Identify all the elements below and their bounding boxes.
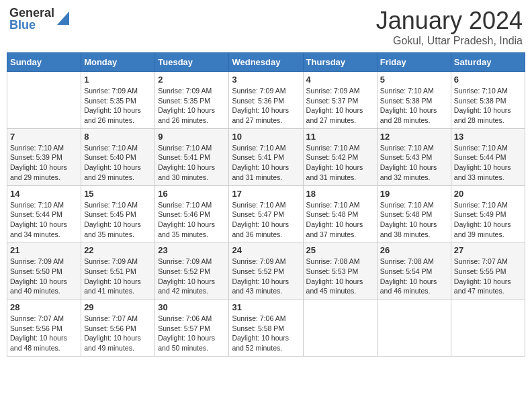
day-info: Sunrise: 7:09 AM Sunset: 5:36 PM Dayligh… <box>232 86 300 126</box>
day-number: 13 <box>454 132 522 142</box>
logo-blue: Blue <box>9 19 54 31</box>
day-cell: 16Sunrise: 7:10 AM Sunset: 5:46 PM Dayli… <box>155 185 229 242</box>
day-cell: 30Sunrise: 7:06 AM Sunset: 5:57 PM Dayli… <box>155 300 229 357</box>
header-cell-monday: Monday <box>81 53 155 72</box>
day-info: Sunrise: 7:09 AM Sunset: 5:35 PM Dayligh… <box>84 86 152 126</box>
day-cell: 7Sunrise: 7:10 AM Sunset: 5:39 PM Daylig… <box>7 128 81 185</box>
day-cell: 17Sunrise: 7:10 AM Sunset: 5:47 PM Dayli… <box>229 185 303 242</box>
day-cell: 19Sunrise: 7:10 AM Sunset: 5:48 PM Dayli… <box>377 185 451 242</box>
day-info: Sunrise: 7:10 AM Sunset: 5:47 PM Dayligh… <box>232 200 300 240</box>
day-number: 23 <box>158 245 226 255</box>
day-number: 9 <box>158 132 226 142</box>
day-cell: 21Sunrise: 7:09 AM Sunset: 5:50 PM Dayli… <box>7 242 81 300</box>
week-row-1: 1Sunrise: 7:09 AM Sunset: 5:35 PM Daylig… <box>7 72 525 129</box>
day-info: Sunrise: 7:09 AM Sunset: 5:51 PM Dayligh… <box>84 257 152 296</box>
day-number: 16 <box>158 189 226 199</box>
day-info: Sunrise: 7:10 AM Sunset: 5:38 PM Dayligh… <box>380 86 448 126</box>
day-cell <box>7 72 81 129</box>
day-info: Sunrise: 7:08 AM Sunset: 5:53 PM Dayligh… <box>306 257 374 296</box>
title-block: January 2024 Gokul, Uttar Pradesh, India <box>376 7 523 47</box>
day-number: 31 <box>232 302 300 312</box>
header-cell-sunday: Sunday <box>7 53 81 72</box>
week-row-2: 7Sunrise: 7:10 AM Sunset: 5:39 PM Daylig… <box>7 128 525 185</box>
day-info: Sunrise: 7:10 AM Sunset: 5:46 PM Dayligh… <box>158 200 226 240</box>
day-number: 27 <box>454 245 522 255</box>
day-cell: 28Sunrise: 7:07 AM Sunset: 5:56 PM Dayli… <box>7 300 81 357</box>
day-number: 25 <box>306 245 374 255</box>
day-cell: 31Sunrise: 7:06 AM Sunset: 5:58 PM Dayli… <box>229 300 303 357</box>
day-info: Sunrise: 7:07 AM Sunset: 5:55 PM Dayligh… <box>454 257 522 296</box>
day-number: 20 <box>454 189 522 199</box>
day-number: 19 <box>380 189 448 199</box>
day-cell: 15Sunrise: 7:10 AM Sunset: 5:45 PM Dayli… <box>81 185 155 242</box>
day-cell: 10Sunrise: 7:10 AM Sunset: 5:41 PM Dayli… <box>229 128 303 185</box>
header-cell-friday: Friday <box>377 53 451 72</box>
header-cell-saturday: Saturday <box>451 53 525 72</box>
day-cell: 13Sunrise: 7:10 AM Sunset: 5:44 PM Dayli… <box>451 128 525 185</box>
day-info: Sunrise: 7:10 AM Sunset: 5:40 PM Dayligh… <box>84 143 152 183</box>
day-cell: 29Sunrise: 7:07 AM Sunset: 5:56 PM Dayli… <box>81 300 155 357</box>
day-cell: 11Sunrise: 7:10 AM Sunset: 5:42 PM Dayli… <box>303 128 377 185</box>
day-cell: 24Sunrise: 7:09 AM Sunset: 5:52 PM Dayli… <box>229 242 303 300</box>
day-cell: 12Sunrise: 7:10 AM Sunset: 5:43 PM Dayli… <box>377 128 451 185</box>
day-number: 10 <box>232 132 300 142</box>
day-cell <box>451 300 525 357</box>
day-number: 11 <box>306 132 374 142</box>
day-info: Sunrise: 7:10 AM Sunset: 5:41 PM Dayligh… <box>232 143 300 183</box>
day-info: Sunrise: 7:10 AM Sunset: 5:44 PM Dayligh… <box>10 200 78 240</box>
day-number: 2 <box>158 75 226 85</box>
day-number: 17 <box>232 189 300 199</box>
day-info: Sunrise: 7:06 AM Sunset: 5:57 PM Dayligh… <box>158 314 226 353</box>
day-cell: 3Sunrise: 7:09 AM Sunset: 5:36 PM Daylig… <box>229 72 303 129</box>
day-cell: 26Sunrise: 7:08 AM Sunset: 5:54 PM Dayli… <box>377 242 451 300</box>
day-cell: 20Sunrise: 7:10 AM Sunset: 5:49 PM Dayli… <box>451 185 525 242</box>
day-cell: 5Sunrise: 7:10 AM Sunset: 5:38 PM Daylig… <box>377 72 451 129</box>
day-cell: 18Sunrise: 7:10 AM Sunset: 5:48 PM Dayli… <box>303 185 377 242</box>
day-cell: 22Sunrise: 7:09 AM Sunset: 5:51 PM Dayli… <box>81 242 155 300</box>
week-row-5: 28Sunrise: 7:07 AM Sunset: 5:56 PM Dayli… <box>7 300 525 357</box>
day-cell <box>303 300 377 357</box>
day-info: Sunrise: 7:10 AM Sunset: 5:38 PM Dayligh… <box>454 86 522 126</box>
day-info: Sunrise: 7:10 AM Sunset: 5:42 PM Dayligh… <box>306 143 374 183</box>
day-info: Sunrise: 7:10 AM Sunset: 5:48 PM Dayligh… <box>306 200 374 240</box>
day-number: 15 <box>84 189 152 199</box>
day-number: 5 <box>380 75 448 85</box>
header-cell-thursday: Thursday <box>303 53 377 72</box>
day-number: 3 <box>232 75 300 85</box>
logo: General Blue <box>9 7 69 31</box>
day-info: Sunrise: 7:09 AM Sunset: 5:50 PM Dayligh… <box>10 257 78 296</box>
day-info: Sunrise: 7:10 AM Sunset: 5:44 PM Dayligh… <box>454 143 522 183</box>
day-cell: 14Sunrise: 7:10 AM Sunset: 5:44 PM Dayli… <box>7 185 81 242</box>
logo-icon <box>57 11 69 25</box>
day-info: Sunrise: 7:10 AM Sunset: 5:41 PM Dayligh… <box>158 143 226 183</box>
day-cell: 1Sunrise: 7:09 AM Sunset: 5:35 PM Daylig… <box>81 72 155 129</box>
page-header: General Blue January 2024 Gokul, Uttar P… <box>7 7 525 47</box>
day-info: Sunrise: 7:07 AM Sunset: 5:56 PM Dayligh… <box>84 314 152 353</box>
day-number: 1 <box>84 75 152 85</box>
day-info: Sunrise: 7:09 AM Sunset: 5:52 PM Dayligh… <box>232 257 300 296</box>
day-number: 12 <box>380 132 448 142</box>
day-cell: 6Sunrise: 7:10 AM Sunset: 5:38 PM Daylig… <box>451 72 525 129</box>
day-cell: 27Sunrise: 7:07 AM Sunset: 5:55 PM Dayli… <box>451 242 525 300</box>
day-cell: 4Sunrise: 7:09 AM Sunset: 5:37 PM Daylig… <box>303 72 377 129</box>
day-info: Sunrise: 7:10 AM Sunset: 5:49 PM Dayligh… <box>454 200 522 240</box>
week-row-4: 21Sunrise: 7:09 AM Sunset: 5:50 PM Dayli… <box>7 242 525 300</box>
day-info: Sunrise: 7:10 AM Sunset: 5:39 PM Dayligh… <box>10 143 78 183</box>
day-cell <box>377 300 451 357</box>
month-title: January 2024 <box>376 7 523 35</box>
day-info: Sunrise: 7:08 AM Sunset: 5:54 PM Dayligh… <box>380 257 448 296</box>
day-number: 18 <box>306 189 374 199</box>
svg-marker-0 <box>57 11 69 25</box>
day-info: Sunrise: 7:06 AM Sunset: 5:58 PM Dayligh… <box>232 314 300 353</box>
day-number: 4 <box>306 75 374 85</box>
day-number: 8 <box>84 132 152 142</box>
calendar-table: SundayMondayTuesdayWednesdayThursdayFrid… <box>7 52 525 357</box>
day-info: Sunrise: 7:07 AM Sunset: 5:56 PM Dayligh… <box>10 314 78 353</box>
day-cell: 9Sunrise: 7:10 AM Sunset: 5:41 PM Daylig… <box>155 128 229 185</box>
header-cell-wednesday: Wednesday <box>229 53 303 72</box>
day-cell: 8Sunrise: 7:10 AM Sunset: 5:40 PM Daylig… <box>81 128 155 185</box>
day-number: 22 <box>84 245 152 255</box>
header-row: SundayMondayTuesdayWednesdayThursdayFrid… <box>7 53 525 72</box>
day-number: 7 <box>10 132 78 142</box>
header-cell-tuesday: Tuesday <box>155 53 229 72</box>
